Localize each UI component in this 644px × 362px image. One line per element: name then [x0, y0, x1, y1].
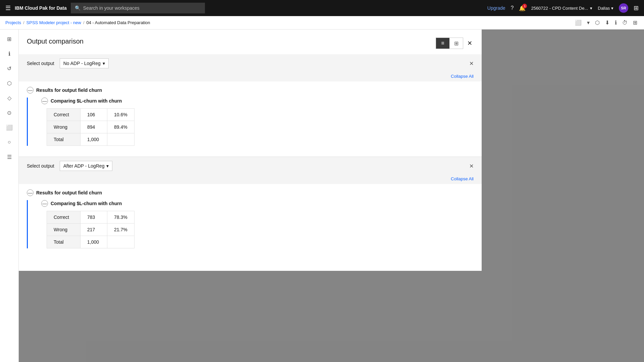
comparing-header-1: — Comparing $L-churn with churn — [41, 98, 474, 104]
collapse-all-button-2[interactable]: Collapse All — [451, 176, 474, 181]
breadcrumb-action-1[interactable]: ⬜ — [574, 18, 583, 27]
comparing-collapse-icon-1[interactable]: — — [41, 98, 48, 104]
select-output-bar-2: Select output After ADP - LogReg ▾ ✕ — [19, 157, 482, 175]
data-table-1: Correct 106 10.6% Wrong 894 89.4% — [47, 108, 135, 146]
region-chevron-icon: ▾ — [611, 6, 613, 11]
breadcrumb-projects[interactable]: Projects — [5, 20, 21, 25]
output-section-1: Select output No ADP - LogReg ▾ ✕ Collap… — [19, 54, 482, 157]
table-row: Total 1,000 — [47, 133, 135, 146]
results-section-1: — Results for output field churn — Compa… — [27, 87, 474, 146]
table-cell-percent: 78.3% — [107, 211, 135, 224]
modal-overlay: Output comparison ≡ ⊞ ✕ Select output No… — [19, 29, 644, 362]
collapse-all-button-1[interactable]: Collapse All — [451, 74, 474, 79]
search-bar[interactable]: 🔍 — [71, 3, 205, 13]
breadcrumb-current: 04 - Automated Data Preparation — [87, 20, 150, 25]
table-cell-value: 217 — [80, 224, 107, 236]
sidebar-item-overview[interactable]: ⊞ — [3, 32, 16, 46]
breadcrumb-action-2[interactable]: ▾ — [586, 18, 591, 27]
sidebar-item-grid[interactable]: ⬜ — [3, 121, 16, 134]
breadcrumb-action-7[interactable]: ⊞ — [632, 18, 639, 27]
modal-header-actions: ≡ ⊞ ✕ — [436, 38, 474, 49]
table-cell-label: Wrong — [47, 224, 80, 236]
sidebar-item-output[interactable]: ○ — [3, 135, 16, 149]
select-output-dropdown-1[interactable]: No ADP - LogReg ▾ — [60, 58, 109, 68]
modal-header: Output comparison ≡ ⊞ ✕ — [19, 29, 482, 54]
sidebar-item-model[interactable]: ◇ — [3, 91, 16, 105]
view-grid-button[interactable]: ⊞ — [449, 38, 463, 49]
breadcrumb-project[interactable]: SPSS Modeler project - new — [26, 20, 81, 25]
region-selector[interactable]: Dallas ▾ — [598, 6, 613, 11]
table-cell-label: Wrong — [47, 121, 80, 133]
sidebar-item-explain[interactable]: ☰ — [3, 150, 16, 164]
region-name: Dallas — [598, 6, 610, 11]
sidebar: ⊞ ℹ ↺ ⬡ ◇ ⊙ ⬜ ○ ☰ — [0, 29, 19, 362]
results-title-2: Results for output field churn — [36, 190, 102, 195]
table-cell-value: 783 — [80, 211, 107, 224]
table-cell-percent: 21.7% — [107, 224, 135, 236]
select-output-bar-1: Select output No ADP - LogReg ▾ ✕ — [19, 54, 482, 72]
modal-close-button[interactable]: ✕ — [466, 38, 474, 48]
results-section-header-1: — Results for output field churn — [27, 87, 474, 94]
modal-title: Output comparison — [27, 38, 84, 45]
table-cell-value: 1,000 — [80, 236, 107, 248]
results-section-2: — Results for output field churn — Compa… — [27, 189, 474, 248]
upgrade-button[interactable]: Upgrade — [487, 5, 505, 11]
comparing-collapse-icon-2[interactable]: — — [41, 200, 48, 207]
sidebar-item-info[interactable]: ℹ — [3, 47, 16, 60]
modal-body: Select output No ADP - LogReg ▾ ✕ Collap… — [19, 54, 482, 271]
account-chevron-icon: ▾ — [590, 6, 592, 11]
comparing-section-1: — Comparing $L-churn with churn Correct … — [41, 98, 474, 146]
results-title-1: Results for output field churn — [36, 87, 102, 93]
avatar[interactable]: SR — [619, 3, 628, 13]
select-output-label-1: Select output — [27, 61, 54, 66]
data-table-2: Correct 783 78.3% Wrong 217 21.7% — [47, 211, 135, 248]
output-comparison-modal: Output comparison ≡ ⊞ ✕ Select output No… — [19, 29, 482, 271]
table-cell-label: Correct — [47, 109, 80, 121]
help-icon[interactable]: ? — [511, 5, 514, 11]
notification-badge: 1 — [522, 4, 527, 8]
breadcrumb-action-6[interactable]: ⏱ — [621, 18, 629, 27]
breadcrumb-sep-1: / — [23, 20, 24, 25]
comparing-section-2: — Comparing $L-churn with churn Correct … — [41, 200, 474, 248]
select-output-dropdown-2[interactable]: After ADP - LogReg ▾ — [60, 161, 113, 171]
breadcrumb: Projects / SPSS Modeler project - new / … — [0, 16, 644, 29]
breadcrumb-action-5[interactable]: ℹ — [613, 18, 618, 27]
dropdown-chevron-1: ▾ — [103, 61, 105, 66]
breadcrumb-action-4[interactable]: ⬇ — [604, 18, 611, 27]
table-row: Wrong 217 21.7% — [47, 224, 135, 236]
topnav-right: Upgrade ? 🔔 1 2560722 - CPD Content De..… — [487, 3, 639, 13]
table-cell-percent — [107, 133, 135, 146]
selected-output-1: No ADP - LogReg — [63, 61, 101, 66]
table-row: Correct 106 10.6% — [47, 109, 135, 121]
sidebar-item-filter[interactable]: ⬡ — [3, 76, 16, 90]
section-close-button-1[interactable]: ✕ — [469, 60, 474, 67]
collapse-icon-1[interactable]: — — [27, 87, 34, 94]
table-cell-percent — [107, 236, 135, 248]
collapse-icon-2[interactable]: — — [27, 189, 34, 196]
table-cell-percent: 89.4% — [107, 121, 135, 133]
notifications-icon[interactable]: 🔔 1 — [519, 5, 526, 11]
hamburger-menu[interactable]: ☰ — [5, 4, 11, 12]
breadcrumb-actions: ⬜ ▾ ⬡ ⬇ ℹ ⏱ ⊞ — [574, 18, 639, 27]
breadcrumb-action-3[interactable]: ⬡ — [594, 18, 601, 27]
table-row: Correct 783 78.3% — [47, 211, 135, 224]
section-close-button-2[interactable]: ✕ — [469, 163, 474, 169]
comparing-header-2: — Comparing $L-churn with churn — [41, 200, 474, 207]
search-icon: 🔍 — [75, 5, 80, 11]
output-section-2: Select output After ADP - LogReg ▾ ✕ Col… — [19, 157, 482, 259]
app-grid-icon[interactable]: ⊞ — [634, 4, 639, 12]
comparing-title-1: Comparing $L-churn with churn — [51, 98, 122, 104]
table-cell-value: 1,000 — [80, 133, 107, 146]
sidebar-item-refresh[interactable]: ↺ — [3, 62, 16, 75]
search-input[interactable] — [83, 5, 201, 11]
table-cell-value: 106 — [80, 109, 107, 121]
account-selector[interactable]: 2560722 - CPD Content De... ▾ — [531, 6, 592, 11]
results-section-header-2: — Results for output field churn — [27, 189, 474, 196]
comparing-container-2: — Comparing $L-churn with churn Correct … — [27, 200, 474, 248]
select-output-label-2: Select output — [27, 163, 54, 169]
breadcrumb-sep-2: / — [83, 20, 85, 25]
sidebar-item-test[interactable]: ⊙ — [3, 106, 16, 119]
table-row: Wrong 894 89.4% — [47, 121, 135, 133]
view-list-button[interactable]: ≡ — [436, 38, 449, 49]
results-container-1: — Results for output field churn — Compa… — [19, 81, 482, 157]
